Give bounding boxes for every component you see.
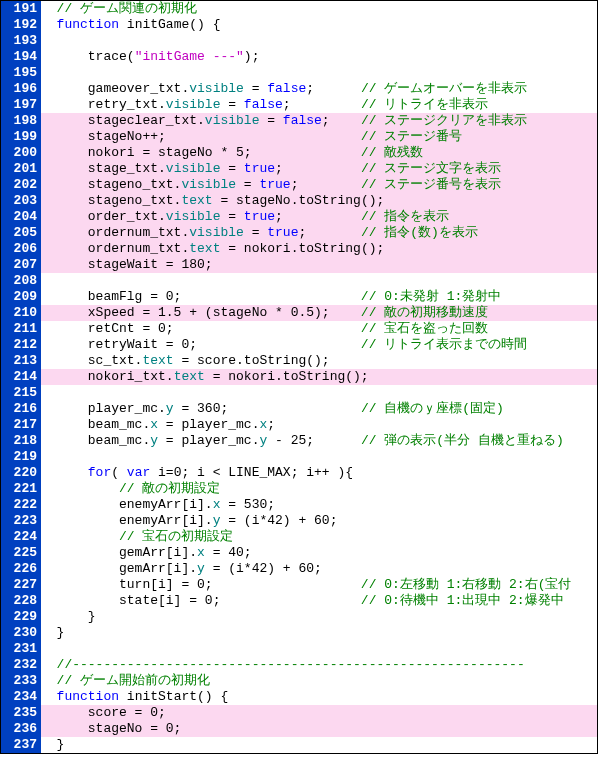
code-line: beam_mc.x = player_mc.x; — [41, 417, 597, 433]
line-number: 229 — [3, 609, 37, 625]
code-line: // 宝石の初期設定 — [41, 529, 597, 545]
code-line: sc_txt.text = score.toString(); — [41, 353, 597, 369]
line-number: 212 — [3, 337, 37, 353]
code-line: function initGame() { — [41, 17, 597, 33]
code-line — [41, 273, 597, 289]
code-line: beam_mc.y = player_mc.y - 25; // 弾の表示(半分… — [41, 433, 597, 449]
line-number: 196 — [3, 81, 37, 97]
line-number-gutter: 1911921931941951961971981992002012022032… — [1, 1, 41, 753]
line-number: 233 — [3, 673, 37, 689]
code-line: xSpeed = 1.5 + (stageNo * 0.5); // 敵の初期移… — [41, 305, 597, 321]
line-number: 219 — [3, 449, 37, 465]
line-number: 227 — [3, 577, 37, 593]
line-number: 199 — [3, 129, 37, 145]
code-line: score = 0; — [41, 705, 597, 721]
line-number: 216 — [3, 401, 37, 417]
line-number: 191 — [3, 1, 37, 17]
code-line: stage_txt.visible = true; // ステージ文字を表示 — [41, 161, 597, 177]
code-line: } — [41, 737, 597, 753]
line-number: 228 — [3, 593, 37, 609]
code-line: state[i] = 0; // 0:待機中 1:出現中 2:爆発中 — [41, 593, 597, 609]
code-line: ordernum_txt.visible = true; // 指令(数)を表示 — [41, 225, 597, 241]
line-number: 201 — [3, 161, 37, 177]
line-number: 193 — [3, 33, 37, 49]
code-line: // ゲーム開始前の初期化 — [41, 673, 597, 689]
code-line: enemyArr[i].y = (i*42) + 60; — [41, 513, 597, 529]
code-area[interactable]: // ゲーム関連の初期化 function initGame() { trace… — [41, 1, 597, 753]
code-line: beamFlg = 0; // 0:未発射 1:発射中 — [41, 289, 597, 305]
code-line: nokori = stageNo * 5; // 敵残数 — [41, 145, 597, 161]
code-line: ordernum_txt.text = nokori.toString(); — [41, 241, 597, 257]
code-line — [41, 385, 597, 401]
code-line: stageno_txt.text = stageNo.toString(); — [41, 193, 597, 209]
line-number: 202 — [3, 177, 37, 193]
line-number: 232 — [3, 657, 37, 673]
line-number: 195 — [3, 65, 37, 81]
line-number: 222 — [3, 497, 37, 513]
line-number: 215 — [3, 385, 37, 401]
line-number: 204 — [3, 209, 37, 225]
code-line: stageno_txt.visible = true; // ステージ番号を表示 — [41, 177, 597, 193]
line-number: 226 — [3, 561, 37, 577]
code-line: order_txt.visible = true; // 指令を表示 — [41, 209, 597, 225]
code-line: stageNo++; // ステージ番号 — [41, 129, 597, 145]
line-number: 230 — [3, 625, 37, 641]
line-number: 194 — [3, 49, 37, 65]
code-line: retryWait = 0; // リトライ表示までの時間 — [41, 337, 597, 353]
line-number: 210 — [3, 305, 37, 321]
line-number: 205 — [3, 225, 37, 241]
code-line: nokori_txt.text = nokori.toString(); — [41, 369, 597, 385]
code-line: trace("initGame ---"); — [41, 49, 597, 65]
line-number: 217 — [3, 417, 37, 433]
line-number: 223 — [3, 513, 37, 529]
code-editor: 1911921931941951961971981992002012022032… — [0, 0, 598, 754]
line-number: 214 — [3, 369, 37, 385]
line-number: 237 — [3, 737, 37, 753]
code-line — [41, 33, 597, 49]
line-number: 209 — [3, 289, 37, 305]
line-number: 203 — [3, 193, 37, 209]
line-number: 218 — [3, 433, 37, 449]
code-line — [41, 65, 597, 81]
line-number: 207 — [3, 257, 37, 273]
code-line: stageWait = 180; — [41, 257, 597, 273]
code-line: // 敵の初期設定 — [41, 481, 597, 497]
line-number: 220 — [3, 465, 37, 481]
code-line: // ゲーム関連の初期化 — [41, 1, 597, 17]
line-number: 206 — [3, 241, 37, 257]
line-number: 200 — [3, 145, 37, 161]
line-number: 225 — [3, 545, 37, 561]
code-line: player_mc.y = 360; // 自機のｙ座標(固定) — [41, 401, 597, 417]
line-number: 192 — [3, 17, 37, 33]
code-line: gameover_txt.visible = false; // ゲームオーバー… — [41, 81, 597, 97]
line-number: 208 — [3, 273, 37, 289]
line-number: 213 — [3, 353, 37, 369]
code-line: function initStart() { — [41, 689, 597, 705]
code-line: retCnt = 0; // 宝石を盗った回数 — [41, 321, 597, 337]
line-number: 211 — [3, 321, 37, 337]
code-line: for( var i=0; i < LINE_MAX; i++ ){ — [41, 465, 597, 481]
line-number: 231 — [3, 641, 37, 657]
code-line — [41, 641, 597, 657]
line-number: 224 — [3, 529, 37, 545]
code-line: stageclear_txt.visible = false; // ステージク… — [41, 113, 597, 129]
line-number: 221 — [3, 481, 37, 497]
code-line — [41, 449, 597, 465]
code-line: turn[i] = 0; // 0:左移動 1:右移動 2:右(宝付 — [41, 577, 597, 593]
line-number: 234 — [3, 689, 37, 705]
code-line: stageNo = 0; — [41, 721, 597, 737]
line-number: 236 — [3, 721, 37, 737]
line-number: 235 — [3, 705, 37, 721]
code-line: gemArr[i].x = 40; — [41, 545, 597, 561]
code-line: retry_txt.visible = false; // リトライを非表示 — [41, 97, 597, 113]
code-line: //--------------------------------------… — [41, 657, 597, 673]
code-line: enemyArr[i].x = 530; — [41, 497, 597, 513]
line-number: 198 — [3, 113, 37, 129]
code-line: gemArr[i].y = (i*42) + 60; — [41, 561, 597, 577]
code-line: } — [41, 625, 597, 641]
code-line: } — [41, 609, 597, 625]
line-number: 197 — [3, 97, 37, 113]
